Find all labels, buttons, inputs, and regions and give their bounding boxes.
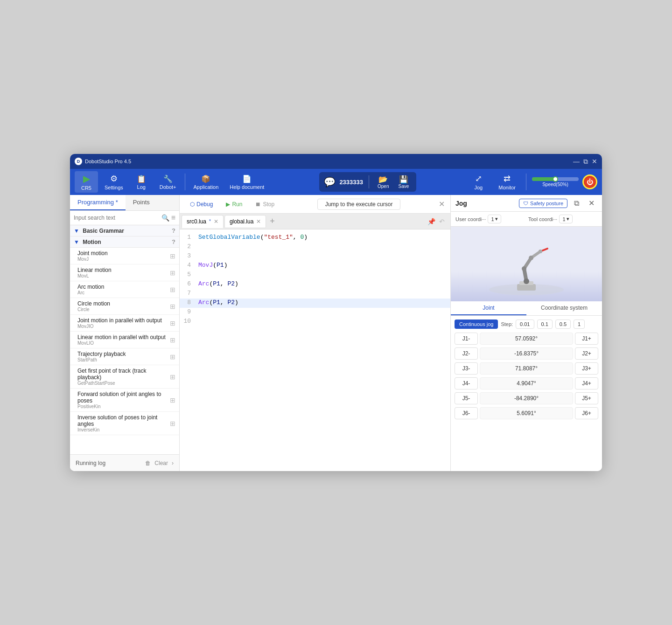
list-item[interactable]: Joint motion in parallel with output Mov… bbox=[70, 315, 179, 332]
expand-icon[interactable]: › bbox=[172, 460, 174, 466]
j5-minus-button[interactable]: J5- bbox=[455, 392, 478, 404]
tab-global[interactable]: global.lua ✕ bbox=[224, 215, 266, 228]
j6-minus-button[interactable]: J6- bbox=[455, 407, 478, 419]
item-trajectory-name: Trajectory playback bbox=[77, 351, 126, 357]
safety-posture-button[interactable]: 🛡 Safety posture bbox=[519, 199, 567, 208]
jog-tab-joint[interactable]: Joint bbox=[451, 301, 526, 315]
window-controls[interactable]: — ⧉ ✕ bbox=[573, 158, 597, 166]
emergency-stop-button[interactable]: ⏻ bbox=[582, 174, 597, 189]
maximize-button[interactable]: ⧉ bbox=[583, 158, 588, 166]
menu-icon[interactable]: ≡ bbox=[171, 214, 175, 222]
list-item[interactable]: Inverse solution of poses to joint angle… bbox=[70, 412, 179, 435]
search-icon[interactable]: 🔍 bbox=[161, 214, 169, 222]
step-btn-1[interactable]: 1 bbox=[574, 319, 585, 329]
open-button[interactable]: 📂 Open bbox=[375, 174, 392, 190]
main-area: Programming * Points 🔍 ≡ ▼ Basic Grammar… bbox=[70, 195, 602, 471]
save-button[interactable]: 💾 Save bbox=[395, 174, 412, 190]
list-item[interactable]: Arc motion Arc ⊞ bbox=[70, 281, 179, 298]
j6-plus-button[interactable]: J6+ bbox=[575, 407, 598, 419]
tab-points[interactable]: Points bbox=[126, 195, 157, 210]
code-line-1: 1 SetGlobalVariable("test_1", 0) bbox=[180, 233, 450, 243]
toolbar-item-application[interactable]: 📦 Application bbox=[189, 173, 224, 192]
tab-global-close[interactable]: ✕ bbox=[256, 218, 261, 225]
step-btn-001[interactable]: 0.01 bbox=[516, 319, 534, 329]
line-content-4: MovJ(P1) bbox=[196, 262, 450, 270]
user-coord-dropdown[interactable]: 1 ▾ bbox=[488, 215, 501, 223]
section-help-icon: ? bbox=[172, 227, 175, 234]
debug-button[interactable]: ⬡ Debug bbox=[185, 199, 217, 209]
j5-plus-button[interactable]: J5+ bbox=[575, 392, 598, 404]
jog-toolbar-icon: ⤢ bbox=[475, 174, 482, 184]
j1-minus-button[interactable]: J1- bbox=[455, 333, 478, 345]
j5-minus-label: J5- bbox=[462, 395, 470, 402]
toolbar-item-dobot[interactable]: 🔧 Dobot+ bbox=[155, 173, 181, 192]
app-logo: D DobotStudio Pro 4.5 bbox=[75, 158, 131, 165]
toolbar-separator-1 bbox=[185, 174, 185, 190]
run-button[interactable]: ▶ Run bbox=[221, 199, 247, 209]
list-item[interactable]: Forward solution of joint angles to pose… bbox=[70, 389, 179, 412]
jog-close-button[interactable]: ✕ bbox=[586, 198, 597, 208]
speed-bar[interactable] bbox=[532, 177, 579, 181]
joint-row-j2: J2- -16.8375° J2+ bbox=[455, 347, 598, 360]
j3-minus-button[interactable]: J3- bbox=[455, 362, 478, 375]
j4-minus-button[interactable]: J4- bbox=[455, 377, 478, 389]
toolbar-item-settings[interactable]: ⚙ Settings bbox=[100, 172, 128, 192]
item-positivekin-sub: PositiveKin bbox=[77, 404, 170, 409]
item-trajectory-sub: StartPath bbox=[77, 357, 126, 362]
list-item[interactable]: Linear motion in parallel with output Mo… bbox=[70, 332, 179, 348]
stop-button[interactable]: ⏹ Stop bbox=[251, 199, 279, 209]
code-line-8: 8 Arc(P1, P2) bbox=[180, 299, 450, 308]
list-item[interactable]: Circle motion Circle ⊞ bbox=[70, 298, 179, 315]
toolbar-item-cr5[interactable]: ▶ CR5 bbox=[75, 171, 98, 193]
settings-icon: ⚙ bbox=[110, 174, 118, 184]
section-motion[interactable]: ▼ Motion ? bbox=[70, 236, 179, 248]
j2-plus-button[interactable]: J2+ bbox=[575, 347, 598, 360]
toolbar-center: 💬 2333333 📂 Open 💾 Save bbox=[271, 172, 465, 192]
jump-button[interactable]: Jump to the execute cursor bbox=[317, 199, 401, 210]
j1-plus-button[interactable]: J1+ bbox=[575, 333, 598, 345]
cr5-icon: ▶ bbox=[83, 173, 90, 184]
tool-coord-dropdown[interactable]: 1 ▾ bbox=[559, 215, 572, 223]
history-icon[interactable]: ↶ bbox=[439, 218, 445, 225]
editor-close-button[interactable]: ✕ bbox=[439, 200, 445, 208]
list-item[interactable]: Get first point of track (track playback… bbox=[70, 365, 179, 389]
j2-minus-button[interactable]: J2- bbox=[455, 347, 478, 360]
file-sep bbox=[369, 175, 369, 188]
search-input[interactable] bbox=[74, 215, 160, 221]
code-line-3: 3 bbox=[180, 252, 450, 261]
jog-tab-coordinate[interactable]: Coordinate system bbox=[526, 301, 602, 315]
close-button[interactable]: ✕ bbox=[592, 158, 597, 166]
j4-plus-button[interactable]: J4+ bbox=[575, 377, 598, 389]
line-num-10: 10 bbox=[180, 318, 196, 326]
section-basic-grammar[interactable]: ▼ Basic Grammar ? bbox=[70, 225, 179, 236]
tab-add-button[interactable]: + bbox=[267, 216, 278, 226]
main-toolbar: ▶ CR5 ⚙ Settings 📋 Log 🔧 Dobot+ 📦 Applic… bbox=[70, 169, 602, 195]
item-getpath-sub: GetPathStartPose bbox=[77, 381, 170, 386]
continuous-jog-button[interactable]: Continuous jog bbox=[455, 319, 498, 329]
clear-label[interactable]: Clear bbox=[154, 460, 168, 466]
toolbar-item-log[interactable]: 📋 Log bbox=[130, 173, 153, 192]
list-item[interactable]: Linear motion MovL ⊞ bbox=[70, 264, 179, 281]
application-icon: 📦 bbox=[201, 174, 210, 183]
log-icon: 📋 bbox=[137, 174, 146, 183]
step-btn-05[interactable]: 0.5 bbox=[555, 319, 571, 329]
tab-src0-close[interactable]: ✕ bbox=[214, 218, 218, 225]
pin-icon[interactable]: 📌 bbox=[427, 218, 435, 225]
toolbar-item-monitor[interactable]: ⇄ Monitor bbox=[494, 172, 520, 192]
item-getpath-name: Get first point of track (track playback… bbox=[77, 368, 170, 381]
stop-label: Stop bbox=[263, 201, 274, 208]
jog-fullscreen-button[interactable]: ⧉ bbox=[571, 198, 582, 208]
tab-programming[interactable]: Programming * bbox=[70, 195, 126, 210]
add-icon: ⊞ bbox=[170, 336, 175, 344]
tool-coord-chevron: ▾ bbox=[567, 216, 569, 222]
j3-plus-button[interactable]: J3+ bbox=[575, 362, 598, 375]
tab-src0[interactable]: src0.lua * ✕ bbox=[182, 215, 224, 228]
step-btn-01[interactable]: 0.1 bbox=[537, 319, 553, 329]
toolbar-item-jog[interactable]: ⤢ Jog bbox=[467, 172, 490, 192]
minimize-button[interactable]: — bbox=[573, 158, 580, 166]
safety-posture-label: Safety posture bbox=[530, 201, 563, 206]
list-item[interactable]: Trajectory playback StartPath ⊞ bbox=[70, 348, 179, 365]
code-editor[interactable]: 1 SetGlobalVariable("test_1", 0) 2 3 4 bbox=[180, 229, 450, 471]
list-item[interactable]: Joint motion MovJ ⊞ bbox=[70, 248, 179, 264]
toolbar-item-help[interactable]: 📄 Help document bbox=[225, 173, 269, 192]
